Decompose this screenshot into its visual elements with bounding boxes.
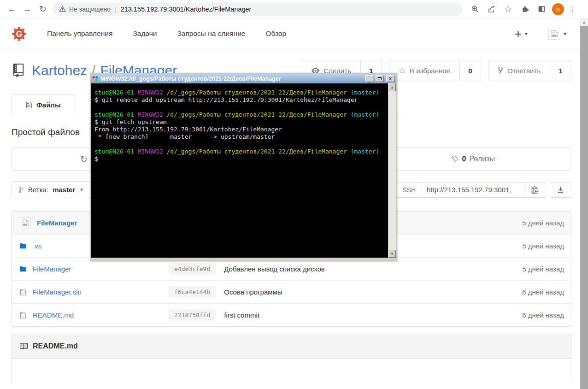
share-icon[interactable] [484,5,500,13]
user-avatar[interactable] [548,28,560,40]
fork-icon [498,67,503,75]
commit-message[interactable]: Осова программы [224,288,282,296]
branch-icon [19,186,24,193]
repo-owner-link[interactable]: Kartohez [32,63,87,78]
committer-avatar[interactable] [19,217,31,229]
terminal-scroll-down-icon[interactable]: ▼ [388,250,396,258]
omnibox-divider: | [115,6,117,13]
scrollbar-up-icon[interactable]: ▲ [580,19,588,26]
warning-icon[interactable] [59,6,66,12]
terminal-title: MINGW32:/d/_gogs/Работы студентов/2021-2… [100,76,363,82]
side-panel-icon[interactable] [534,5,549,13]
nav-item-pulls[interactable]: Запросы на слияние [177,29,245,38]
readme-body [12,359,571,383]
fork-button[interactable]: Ответвить [488,60,550,81]
ssh-protocol-button[interactable]: SSH [396,182,422,198]
terminal-titlebar[interactable]: MINGW32:/d/_gogs/Работы студентов/2021-2… [91,74,396,83]
commit-date: 5 дней назад [522,242,564,250]
commit-date: 5 дней назад [522,265,564,273]
readme-panel: README.md [12,334,571,383]
clone-url-input[interactable] [422,182,524,198]
commit-hash[interactable]: 7218758ffd [169,309,216,321]
user-menu-caret-icon[interactable]: ▾ [564,31,566,37]
security-label: Не защищено [69,6,111,13]
download-button[interactable] [550,182,571,198]
forward-icon[interactable]: → [19,4,35,14]
releases-link[interactable]: 0 Релизы [452,155,495,163]
terminal-body: stud@N26-01 MINGW32 /d/_gogs/Работы студ… [91,83,396,258]
commit-hash[interactable]: f6ca4e144b [169,286,216,298]
navbar-right: + ▾ ▾ [515,27,566,41]
file-icon [19,312,27,319]
commit-date: 6 дней назад [522,311,564,319]
history-icon[interactable]: ↻ [80,153,88,164]
repo-icon [12,64,25,77]
scrollbar-thumb[interactable] [580,26,588,389]
extensions-icon[interactable] [517,5,533,13]
file-icon [26,101,32,109]
bookmark-star-icon[interactable]: ☆ [500,4,516,14]
table-row: README.md 7218758ffd first commit 6 дней… [12,303,571,326]
table-row: FileManager.sln f6ca4e144b Осова програм… [12,280,571,303]
terminal-window[interactable]: MINGW32:/d/_gogs/Работы студентов/2021-2… [90,73,397,261]
browser-chrome: ← → ↻ Не защищено | 213.155.192.79:3001/… [0,0,588,18]
browser-profile-avatar[interactable]: n [552,3,564,15]
screen: ← → ↻ Не защищено | 213.155.192.79:3001/… [0,0,588,389]
star-icon: ☆ [399,67,406,75]
terminal-scroll-up-icon[interactable]: ▲ [388,83,396,91]
readme-title: README.md [33,342,78,350]
terminal-app-icon [92,76,98,82]
zoom-icon[interactable] [467,5,483,13]
copy-url-button[interactable] [524,182,546,198]
file-link[interactable]: FileManager [33,265,169,273]
branch-caret-icon: ▾ [80,187,83,193]
download-icon [557,186,564,193]
new-repo-button[interactable]: + [515,27,522,41]
minimize-button[interactable]: _ [365,75,373,82]
back-icon[interactable]: ← [4,4,19,14]
terminal-scrollbar[interactable]: ▲ ▼ [388,83,396,258]
commit-hash[interactable]: e4de3cfe9d [169,263,216,275]
folder-icon [19,242,27,249]
committer-name[interactable]: FileManager [37,219,77,227]
fork-count[interactable]: 1 [550,60,571,81]
nav-item-dashboard[interactable]: Панель управления [47,29,112,38]
latest-commit-date: 5 дней назад [522,219,564,227]
browser-menu-icon[interactable]: ⋮ [567,5,578,13]
clipboard-icon [531,186,539,194]
file-link[interactable]: FileManager.sln [33,288,169,296]
new-repo-caret-icon[interactable]: ▾ [525,31,528,37]
close-button[interactable]: x [386,75,394,82]
commit-message[interactable]: Добавлен вывод списка дисков [224,265,325,273]
url-text[interactable]: 213.155.192.79:3001/Kartohez/FileManager [121,6,252,13]
tab-files[interactable]: Файлы [12,94,75,115]
svg-text:G: G [16,29,23,38]
gogs-navbar: G Панель управления Задачи Запросы на сл… [0,18,588,49]
reload-icon[interactable]: ↻ [35,4,51,14]
commit-message[interactable]: first commit [224,311,259,319]
star-button-group: ☆ В избранное 0 [389,60,481,81]
star-count[interactable]: 0 [459,60,481,81]
file-icon [19,289,27,296]
book-icon [19,342,28,350]
chrome-toolbar: ☆ n ⋮ [467,3,578,15]
address-bar[interactable]: Не защищено | 213.155.192.79:3001/Kartoh… [53,3,463,16]
folder-icon [19,265,27,272]
nav-item-issues[interactable]: Задачи [133,29,157,38]
readme-header: README.md [12,334,571,359]
fork-button-group: Ответвить 1 [488,60,571,81]
terminal-text[interactable]: stud@N26-01 MINGW32 /d/_gogs/Работы студ… [91,83,388,258]
star-button[interactable]: ☆ В избранное [389,60,459,81]
maximize-button[interactable] [376,75,384,82]
commit-date: 6 дней назад [522,288,564,296]
tag-icon [452,155,459,163]
maximize-icon [378,77,382,80]
gogs-logo[interactable]: G [12,26,27,41]
nav-item-explore[interactable]: Обзор [265,29,286,38]
page-scrollbar[interactable]: ▲ [580,19,588,389]
file-link[interactable]: README.md [33,311,169,319]
clone-url-group: HTTP SSH [367,182,571,198]
terminal-bottom-frame[interactable] [91,258,396,260]
branch-selector[interactable]: Ветка: master ▾ [12,181,90,198]
